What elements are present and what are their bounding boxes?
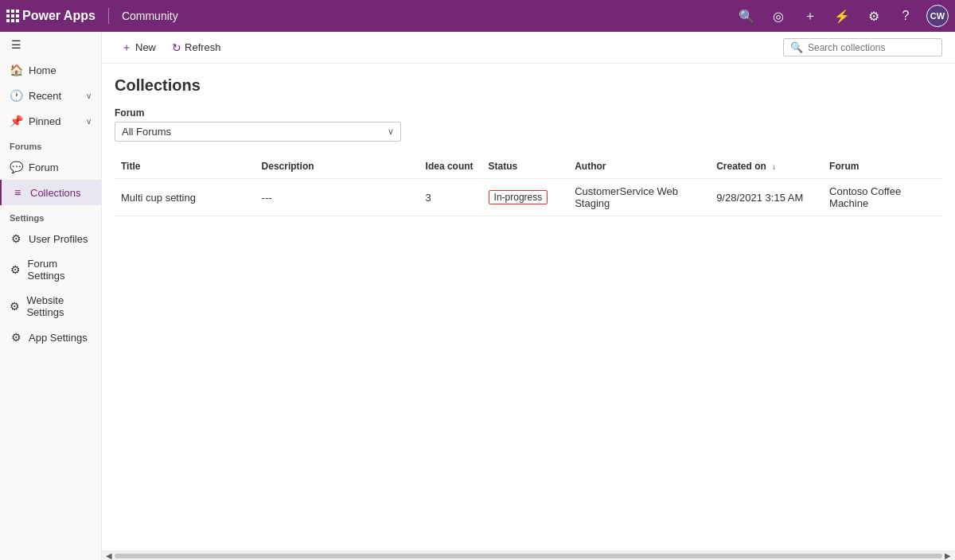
sidebar-item-forum-settings-label: Forum Settings bbox=[28, 258, 92, 282]
sidebar-menu-toggle[interactable]: ☰ bbox=[0, 32, 101, 57]
search-box-icon: 🔍 bbox=[790, 41, 803, 53]
table-header-row: Title Description Idea count Status Auth bbox=[115, 154, 942, 179]
toolbar-left: ＋ New ↻ Refresh bbox=[115, 37, 228, 58]
status-badge: In-progress bbox=[489, 190, 548, 204]
badge-icon[interactable]: ◎ bbox=[767, 5, 789, 27]
col-header-forum: Forum bbox=[823, 154, 942, 179]
topnav-right: 🔍 ◎ ＋ ⚡ ⚙ ? CW bbox=[735, 5, 949, 27]
refresh-label: Refresh bbox=[185, 41, 221, 53]
sidebar-item-website-settings-label: Website Settings bbox=[26, 294, 92, 318]
brand-name: Power Apps bbox=[22, 9, 96, 23]
sidebar-item-user-profiles[interactable]: ⚙ User Profiles bbox=[0, 226, 101, 251]
brand: Power Apps Community bbox=[22, 8, 178, 24]
cell-author: CustomerService Web Staging bbox=[568, 179, 710, 216]
settings-section-label: Settings bbox=[0, 205, 101, 226]
cell-status: In-progress bbox=[482, 179, 569, 216]
forum-icon: 💬 bbox=[10, 161, 22, 173]
forum-filter-select[interactable]: All Forums ∨ bbox=[115, 122, 401, 142]
table-header: Title Description Idea count Status Auth bbox=[115, 154, 942, 179]
refresh-button[interactable]: ↻ Refresh bbox=[166, 38, 228, 57]
sidebar-item-home[interactable]: 🏠 Home bbox=[0, 57, 101, 83]
plus-icon[interactable]: ＋ bbox=[799, 5, 821, 27]
sidebar-item-app-settings[interactable]: ⚙ App Settings bbox=[0, 325, 101, 350]
home-icon: 🏠 bbox=[10, 64, 22, 76]
user-profiles-icon: ⚙ bbox=[10, 232, 22, 245]
content-area: Collections Forum All Forums ∨ Title bbox=[102, 64, 955, 550]
col-header-created-on[interactable]: Created on ↓ bbox=[710, 154, 823, 179]
sidebar-item-recent-label: Recent bbox=[29, 90, 61, 102]
forums-section-label: Forums bbox=[0, 134, 101, 154]
help-icon[interactable]: ? bbox=[895, 5, 917, 27]
filter-icon[interactable]: ⚡ bbox=[831, 5, 853, 27]
app-settings-icon: ⚙ bbox=[10, 331, 22, 344]
cell-title[interactable]: Multi cup setting bbox=[115, 179, 255, 216]
horizontal-scrollbar[interactable]: ◀ ▶ bbox=[102, 550, 955, 560]
collections-table: Title Description Idea count Status Auth bbox=[115, 154, 942, 216]
new-icon: ＋ bbox=[121, 41, 132, 55]
forum-settings-icon: ⚙ bbox=[10, 263, 21, 276]
refresh-icon: ↻ bbox=[172, 41, 181, 54]
sidebar-item-forum[interactable]: 💬 Forum bbox=[0, 154, 101, 180]
sidebar-item-pinned-label: Pinned bbox=[29, 115, 60, 127]
cell-forum[interactable]: Contoso Coffee Machine bbox=[823, 179, 942, 216]
search-input[interactable] bbox=[808, 42, 935, 53]
new-label: New bbox=[135, 41, 156, 53]
hamburger-icon: ☰ bbox=[10, 38, 22, 51]
filter-label: Forum bbox=[115, 107, 942, 119]
toolbar: ＋ New ↻ Refresh 🔍 bbox=[102, 32, 955, 64]
sidebar-item-collections-label: Collections bbox=[30, 187, 81, 199]
search-icon[interactable]: 🔍 bbox=[735, 5, 758, 27]
collections-icon: ≡ bbox=[11, 186, 24, 199]
recent-chevron-icon: ∨ bbox=[86, 91, 92, 100]
sidebar-item-collections[interactable]: ≡ Collections bbox=[0, 180, 101, 205]
brand-divider bbox=[108, 8, 109, 24]
col-header-status: Status bbox=[482, 154, 569, 179]
apps-grid-icon[interactable] bbox=[6, 10, 19, 22]
topnav: Power Apps Community 🔍 ◎ ＋ ⚡ ⚙ ? CW bbox=[0, 0, 955, 32]
brand-community: Community bbox=[122, 10, 178, 22]
scroll-left-icon[interactable]: ◀ bbox=[103, 550, 115, 561]
sidebar-item-user-profiles-label: User Profiles bbox=[29, 233, 88, 245]
cell-description: --- bbox=[255, 179, 419, 216]
sidebar-item-website-settings[interactable]: ⚙ Website Settings bbox=[0, 288, 101, 325]
sidebar-item-forum-settings[interactable]: ⚙ Forum Settings bbox=[0, 251, 101, 288]
main: ＋ New ↻ Refresh 🔍 Collections Forum All bbox=[102, 32, 955, 560]
cell-created-on: 9/28/2021 3:15 AM bbox=[710, 179, 823, 216]
forum-filter-value: All Forums bbox=[122, 126, 171, 138]
table-body: Multi cup setting --- 3 In-progress Cust… bbox=[115, 179, 942, 216]
forum-filter-chevron-icon: ∨ bbox=[388, 126, 394, 137]
new-button[interactable]: ＋ New bbox=[115, 37, 162, 58]
col-header-idea-count: Idea count bbox=[419, 154, 482, 179]
col-header-author: Author bbox=[568, 154, 710, 179]
sidebar-item-app-settings-label: App Settings bbox=[29, 332, 88, 344]
pinned-icon: 📌 bbox=[10, 115, 22, 127]
avatar[interactable]: CW bbox=[926, 5, 949, 27]
table-row: Multi cup setting --- 3 In-progress Cust… bbox=[115, 179, 942, 216]
scrollbar-track[interactable] bbox=[115, 554, 942, 558]
col-header-title: Title bbox=[115, 154, 255, 179]
app-body: ☰ 🏠 Home 🕐 Recent ∨ 📌 Pinned ∨ Forums 💬 … bbox=[0, 32, 955, 560]
recent-icon: 🕐 bbox=[10, 89, 22, 102]
scroll-right-icon[interactable]: ▶ bbox=[942, 550, 953, 561]
sort-down-icon: ↓ bbox=[772, 162, 776, 171]
sidebar: ☰ 🏠 Home 🕐 Recent ∨ 📌 Pinned ∨ Forums 💬 … bbox=[0, 32, 102, 560]
pinned-chevron-icon: ∨ bbox=[86, 117, 92, 126]
sidebar-item-recent[interactable]: 🕐 Recent ∨ bbox=[0, 83, 101, 108]
col-header-description: Description bbox=[255, 154, 419, 179]
page-title: Collections bbox=[115, 76, 942, 95]
search-box[interactable]: 🔍 bbox=[783, 38, 942, 56]
settings-icon[interactable]: ⚙ bbox=[863, 5, 885, 27]
sidebar-item-pinned[interactable]: 📌 Pinned ∨ bbox=[0, 108, 101, 134]
website-settings-icon: ⚙ bbox=[10, 300, 20, 313]
cell-idea-count: 3 bbox=[419, 179, 482, 216]
sidebar-item-home-label: Home bbox=[29, 64, 57, 76]
filter-row: Forum All Forums ∨ bbox=[115, 107, 942, 142]
sidebar-item-forum-label: Forum bbox=[29, 161, 59, 173]
